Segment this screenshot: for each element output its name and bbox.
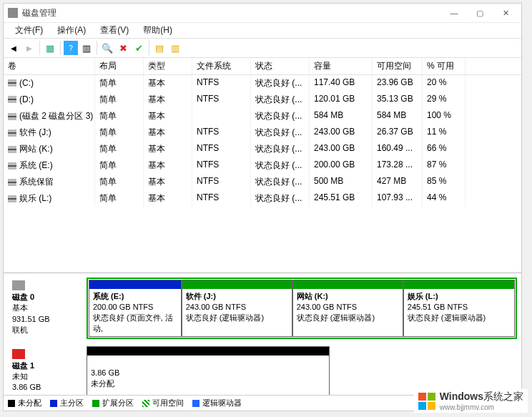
col-free[interactable]: 可用空间 <box>373 58 423 74</box>
legend-item: 未分配 <box>8 398 41 408</box>
watermark-site: 系统之家 <box>483 391 523 402</box>
menu-action[interactable]: 操作(A) <box>50 24 93 36</box>
legend-swatch <box>8 400 15 407</box>
drive-icon <box>8 96 16 103</box>
close-button[interactable]: ✕ <box>493 4 518 21</box>
partition-stripe <box>293 280 403 289</box>
disk-header[interactable]: 磁盘 0基本931.51 GB联机 <box>8 278 87 339</box>
volume-row[interactable]: 网站 (K:) 简单基本NTFS 状态良好 (...243.00 GB160.4… <box>4 141 521 157</box>
menu-view[interactable]: 查看(V) <box>93 24 136 36</box>
views-button[interactable]: ▦ <box>43 41 57 55</box>
col-pct[interactable]: % 可用 <box>423 58 466 74</box>
settings-button[interactable]: ▥ <box>79 41 94 55</box>
partition-stripe <box>404 280 514 289</box>
volume-row[interactable]: 系统保留 简单基本NTFS 状态良好 (...500 MB427 MB85 % <box>4 174 521 190</box>
drive-icon <box>8 129 16 137</box>
legend-item: 可用空间 <box>142 398 184 408</box>
find-button[interactable]: 🔍 <box>100 41 114 55</box>
watermark-url: www.bjjmmv.com <box>440 403 523 411</box>
legend-swatch <box>192 400 200 407</box>
col-fs[interactable]: 文件系统 <box>192 58 251 74</box>
volume-row[interactable]: (D:) 简单基本NTFS 状态良好 (...120.01 GB35.13 GB… <box>4 92 521 108</box>
volume-row[interactable]: (磁盘 2 磁盘分区 3) 简单基本 状态良好 (...584 MB584 MB… <box>4 108 521 124</box>
detail-button[interactable]: ▥ <box>168 41 182 55</box>
legend-swatch <box>50 400 57 407</box>
help-button[interactable]: ? <box>64 41 78 55</box>
legend-swatch <box>142 400 149 407</box>
list-button[interactable]: ▤ <box>152 41 167 55</box>
drive-icon <box>8 179 16 186</box>
maximize-button[interactable]: ▢ <box>467 4 493 21</box>
partition[interactable]: 网站 (K:)243.00 GB NTFS状态良好 (逻辑驱动器) <box>292 280 403 337</box>
legend-item: 扩展分区 <box>92 398 134 408</box>
window-title: 磁盘管理 <box>22 7 56 19</box>
volume-row[interactable]: 软件 (J:) 简单基本NTFS 状态良好 (...243.00 GB26.37… <box>4 124 521 141</box>
drive-icon <box>8 195 16 202</box>
partition-stripe <box>89 280 181 289</box>
volume-list: 卷 布局 类型 文件系统 状态 容量 可用空间 % 可用 (C:) 简单基本NT… <box>4 58 521 273</box>
legend-item: 主分区 <box>50 398 84 408</box>
menubar: 文件(F) 操作(A) 查看(V) 帮助(H) <box>4 22 521 38</box>
disk-row: 磁盘 0基本931.51 GB联机 系统 (E:)200.00 GB NTFS状… <box>8 278 517 339</box>
disk-management-window: 磁盘管理 — ▢ ✕ 文件(F) 操作(A) 查看(V) 帮助(H) ◄ ► ▦… <box>3 3 522 411</box>
watermark: Windows系统之家 www.bjjmmv.com <box>414 389 528 413</box>
partition-stripe <box>87 347 329 355</box>
drive-icon <box>8 113 16 120</box>
drive-icon <box>8 79 16 87</box>
menu-file[interactable]: 文件(F) <box>8 24 50 36</box>
volume-header: 卷 布局 类型 文件系统 状态 容量 可用空间 % 可用 <box>4 58 521 75</box>
volume-row[interactable]: 系统 (E:) 简单基本NTFS 状态良好 (...200.00 GB173.2… <box>4 157 521 174</box>
windows-logo-icon <box>418 393 435 410</box>
volume-rows[interactable]: (C:) 简单基本NTFS 状态良好 (...117.40 GB23.96 GB… <box>4 75 521 273</box>
col-capacity[interactable]: 容量 <box>310 58 373 74</box>
partition[interactable]: 软件 (J:)243.00 GB NTFS状态良好 (逻辑驱动器) <box>182 280 292 337</box>
disk-header[interactable]: 磁盘 1未知3.86 GB没有初始化 <box>8 346 87 395</box>
legend-swatch <box>92 400 99 407</box>
menu-help[interactable]: 帮助(H) <box>136 24 179 36</box>
partition[interactable]: 3.86 GB未分配 <box>87 346 330 395</box>
disk-row: 磁盘 1未知3.86 GB没有初始化 3.86 GB未分配 <box>8 346 517 395</box>
col-type[interactable]: 类型 <box>144 58 192 74</box>
col-status[interactable]: 状态 <box>251 58 310 74</box>
partition[interactable]: 系统 (E:)200.00 GB NTFS状态良好 (页面文件, 活动, <box>89 280 182 337</box>
drive-icon <box>8 146 16 153</box>
delete-button[interactable]: ✖ <box>116 41 130 55</box>
volume-row[interactable]: 娱乐 (L:) 简单基本NTFS 状态良好 (...245.51 GB107.9… <box>4 190 521 207</box>
app-icon <box>8 8 18 18</box>
drive-icon <box>8 162 16 170</box>
watermark-brand: Windows <box>440 391 483 402</box>
toolbar: ◄ ► ▦ ? ▥ 🔍 ✖ ✔ ▤ ▥ <box>4 38 521 58</box>
disk-icon <box>12 349 25 359</box>
forward-button[interactable]: ► <box>22 41 36 55</box>
disk-graphical-view[interactable]: 磁盘 0基本931.51 GB联机 系统 (E:)200.00 GB NTFS状… <box>4 273 521 395</box>
col-volume[interactable]: 卷 <box>4 58 95 74</box>
titlebar: 磁盘管理 — ▢ ✕ <box>4 4 521 22</box>
legend-item: 逻辑驱动器 <box>192 398 242 408</box>
action-button[interactable]: ✔ <box>132 41 146 55</box>
back-button[interactable]: ◄ <box>6 41 21 55</box>
minimize-button[interactable]: — <box>441 4 467 21</box>
partition-stripe <box>182 280 292 289</box>
volume-row[interactable]: (C:) 简单基本NTFS 状态良好 (...117.40 GB23.96 GB… <box>4 75 521 92</box>
col-layout[interactable]: 布局 <box>95 58 144 74</box>
partition[interactable]: 娱乐 (L:)245.51 GB NTFS状态良好 (逻辑驱动器) <box>403 280 515 337</box>
disk-icon <box>12 280 25 290</box>
